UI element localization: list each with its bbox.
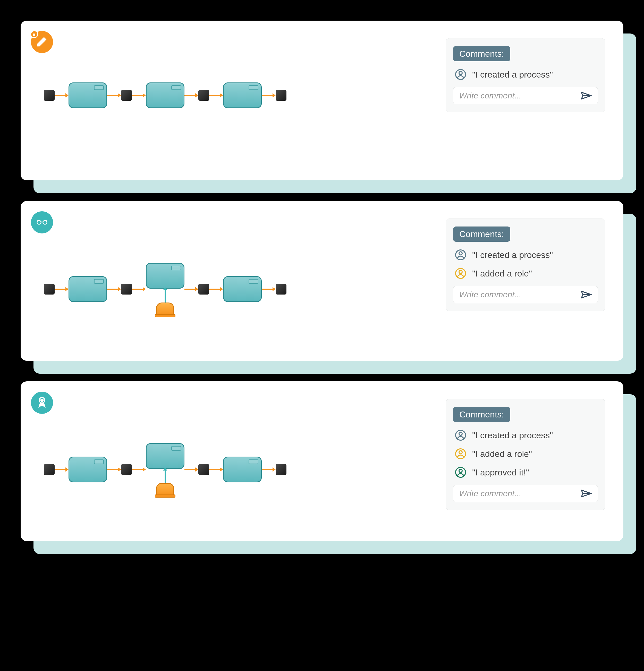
flow-end-event	[275, 90, 286, 101]
role-connector-arrow	[165, 470, 166, 483]
comment-text: "I added a role"	[472, 449, 532, 459]
flow-start-event	[44, 284, 55, 294]
svg-point-6	[459, 252, 462, 255]
stage-card: Comments:"I created a process"Write comm…	[21, 21, 623, 180]
flow-arrow	[184, 287, 198, 291]
stage-card: Comments:"I created a process""I added a…	[21, 201, 623, 361]
comment-row: "I approved it!"	[453, 466, 598, 478]
process-flow	[44, 83, 435, 108]
stage-badge	[31, 392, 53, 414]
svg-point-10	[41, 399, 43, 402]
flow-arrow	[209, 468, 223, 471]
user-avatar-icon	[455, 466, 466, 478]
card: Comments:"I created a process""I added a…	[21, 381, 623, 541]
svg-point-16	[459, 469, 462, 472]
comment-row: "I created a process"	[453, 68, 598, 80]
flow-arrow	[184, 93, 198, 97]
flow-task-with-role	[146, 443, 184, 496]
flow-task-node	[68, 457, 107, 482]
flow-gateway	[198, 90, 209, 101]
flow-arrow	[262, 287, 275, 291]
comment-row: "I created a process"	[453, 429, 598, 441]
svg-point-14	[459, 451, 462, 454]
comment-text: "I created a process"	[472, 69, 553, 80]
svg-point-8	[459, 270, 462, 274]
flow-task-node	[146, 263, 184, 289]
flow-arrow	[132, 468, 146, 471]
flow-arrow	[209, 287, 223, 291]
flow-end-event	[275, 284, 286, 294]
user-avatar-icon	[455, 267, 466, 279]
svg-point-2	[459, 71, 462, 75]
flow-arrow	[184, 468, 198, 471]
user-avatar-icon	[455, 429, 466, 441]
flow-task-node	[223, 276, 262, 302]
flow-gateway	[121, 284, 132, 294]
process-flow	[44, 443, 435, 496]
flow-arrow	[209, 93, 223, 97]
flow-area	[39, 36, 435, 108]
comment-placeholder: Write comment...	[459, 91, 581, 101]
flow-task-node	[223, 83, 262, 108]
stage-badge	[31, 31, 53, 53]
flow-arrow	[55, 468, 68, 471]
flow-task-node	[68, 276, 107, 302]
stage-badge	[31, 211, 53, 233]
comment-placeholder: Write comment...	[459, 489, 581, 498]
flow-task-node	[68, 83, 107, 108]
comments-header: Comments:	[453, 46, 510, 61]
send-icon[interactable]	[581, 290, 592, 299]
flow-start-event	[44, 90, 55, 101]
send-icon[interactable]	[581, 489, 592, 498]
svg-rect-0	[33, 34, 35, 36]
comment-text: "I approved it!"	[472, 467, 529, 478]
user-avatar-icon	[455, 448, 466, 460]
role-connector-arrow	[165, 290, 166, 303]
flow-arrow	[107, 287, 121, 291]
stage-card: Comments:"I created a process""I added a…	[21, 381, 623, 541]
flow-area	[39, 397, 435, 496]
flow-arrow	[55, 287, 68, 291]
comments-panel: Comments:"I created a process""I added a…	[446, 399, 605, 510]
comments-header: Comments:	[453, 227, 510, 242]
flow-task-node	[146, 83, 184, 108]
comments-panel: Comments:"I created a process"Write comm…	[446, 38, 605, 112]
card: Comments:"I created a process"Write comm…	[21, 21, 623, 180]
flow-gateway	[121, 464, 132, 475]
flow-gateway	[121, 90, 132, 101]
flow-arrow	[107, 468, 121, 471]
comment-row: "I created a process"	[453, 249, 598, 261]
comments-panel: Comments:"I created a process""I added a…	[446, 218, 605, 311]
svg-point-12	[459, 432, 462, 435]
comment-text: "I created a process"	[472, 250, 553, 260]
role-icon	[156, 303, 174, 315]
glasses-icon	[36, 216, 48, 229]
comment-row: "I added a role"	[453, 267, 598, 279]
card: Comments:"I created a process""I added a…	[21, 201, 623, 361]
comment-text: "I created a process"	[472, 430, 553, 440]
flow-area	[39, 216, 435, 315]
lock-icon	[30, 30, 38, 38]
flow-arrow	[55, 93, 68, 97]
flow-task-with-role	[146, 263, 184, 315]
flow-arrow	[262, 468, 275, 471]
comment-input[interactable]: Write comment...	[453, 485, 598, 502]
pencil-icon	[36, 36, 48, 49]
comments-header: Comments:	[453, 407, 510, 422]
flow-gateway	[198, 284, 209, 294]
send-icon[interactable]	[581, 91, 592, 100]
flow-arrow	[107, 93, 121, 97]
flow-arrow	[132, 93, 146, 97]
flow-task-node	[223, 457, 262, 482]
comment-placeholder: Write comment...	[459, 290, 581, 300]
flow-end-event	[275, 464, 286, 475]
flow-start-event	[44, 464, 55, 475]
comment-input[interactable]: Write comment...	[453, 87, 598, 104]
user-avatar-icon	[455, 249, 466, 261]
comment-input[interactable]: Write comment...	[453, 286, 598, 303]
user-avatar-icon	[455, 68, 466, 80]
process-flow	[44, 263, 435, 315]
flow-arrow	[132, 287, 146, 291]
comment-text: "I added a role"	[472, 268, 532, 279]
ribbon-icon	[36, 396, 48, 409]
